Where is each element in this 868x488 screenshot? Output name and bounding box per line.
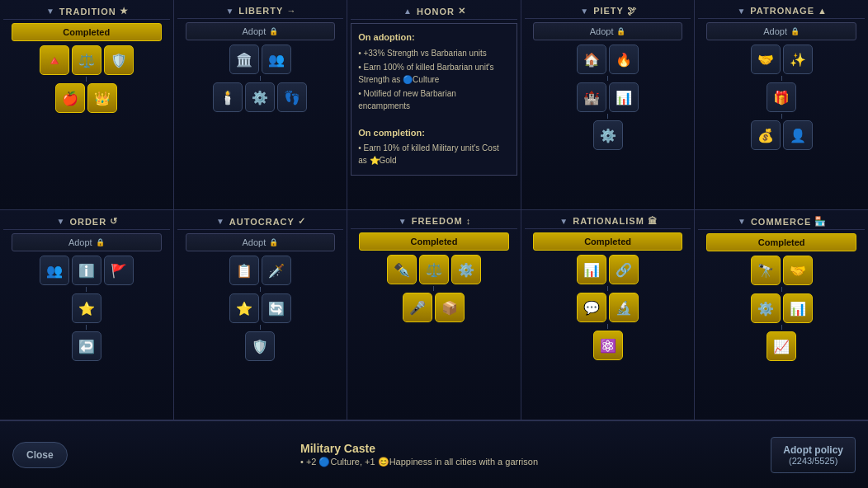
liberty-icon-gear[interactable]: ⚙️ [245,82,275,112]
autocracy-title: AUTOCRACY [229,217,295,227]
autocracy-icon-refresh[interactable]: 🔄 [262,293,291,323]
liberty-icons-row2: 🕯️ ⚙️ 👣 [213,82,307,112]
rationalism-icons-row2: 💬 🔬 [577,293,639,322]
autocracy-arrow[interactable]: ▼ [215,217,226,226]
piety-icon-castle[interactable]: 🏰 [577,82,606,112]
freedom-icon-gear[interactable]: ⚙️ [451,255,481,284]
order-icon-info[interactable]: ℹ️ [72,256,101,285]
commerce-icon-telescope[interactable]: 🔭 [751,256,781,285]
order-icon: ↺ [110,216,118,227]
piety-arrow[interactable]: ▼ [578,7,590,16]
piety-icons: 🏠 🔥 🏰 📊 ⚙️ [525,45,691,150]
autocracy-icon-shield[interactable]: 🛡️ [245,331,275,361]
liberty-header: ▼ LIBERTY → [177,3,344,19]
freedom-icon: ↕ [466,216,472,226]
patronage-icons-row1: 🤝 ✨ [751,45,813,74]
patronage-icon-coin[interactable]: 💰 [751,120,781,150]
freedom-icons-row1: ✒️ ⚖️ ⚙️ [387,255,481,284]
honor-bullet-4: • Earn 10% of killed Military unit's Cos… [358,142,510,167]
order-adopt-btn[interactable]: Adopt 🔒 [12,233,161,251]
order-icon-return[interactable]: ↩️ [72,331,101,361]
freedom-icon-pen[interactable]: ✒️ [387,255,417,284]
rationalism-icons-row3: ⚛️ [593,331,623,360]
honor-bullet-3: • Notified of new Barbarian encampments [358,87,510,112]
order-lock-icon: 🔒 [96,238,105,246]
patronage-icon-gift[interactable]: 🎁 [767,82,796,112]
patronage-icon-sparkle[interactable]: ✨ [783,45,813,74]
tradition-icon-balance[interactable]: ⚖️ [72,45,101,75]
tradition-header: ▼ TRADITION ★ [3,3,170,20]
freedom-icon-box[interactable]: 📦 [435,293,465,322]
freedom-arrow[interactable]: ▼ [397,217,408,226]
freedom-header: ▼ FREEDOM ↕ [351,214,517,229]
order-icon-star[interactable]: ⭐ [72,293,101,323]
piety-adopt-btn[interactable]: Adopt 🔒 [533,22,682,40]
commerce-icon-trending[interactable]: 📈 [767,331,796,361]
rationalism-icon-atom[interactable]: ⚛️ [593,331,623,360]
rationalism-icon-speech[interactable]: 💬 [577,293,606,322]
tradition-icon-pyramid[interactable]: 🔺 [40,45,69,75]
tradition-icon-apple[interactable]: 🍎 [55,83,85,113]
rationalism-icon-network[interactable]: 🔗 [609,255,639,284]
close-button[interactable]: Close [12,442,68,468]
patronage-panel: ▼ PATRONAGE ▲ Adopt 🔒 🤝 ✨ 🎁 💰 [695,0,868,209]
tradition-icon-shield[interactable]: 🛡️ [104,45,134,75]
freedom-icons: ✒️ ⚖️ ⚙️ 🎤 📦 [351,255,517,322]
rationalism-icon: 🏛 [648,216,658,226]
piety-panel: ▼ PIETY 🕊 Adopt 🔒 🏠 🔥 🏰 📊 [521,0,696,209]
liberty-icon-colosseum[interactable]: 🏛️ [229,45,259,74]
liberty-icon-footprint[interactable]: 👣 [277,82,307,112]
honor-panel: ▲ HONOR ✕ On adoption: • +33% Strength v… [347,0,521,209]
commerce-icons-row1: 🔭 🤝 [751,256,813,285]
piety-icon-gear[interactable]: ⚙️ [593,120,623,150]
piety-icon-building[interactable]: 🏠 [577,45,606,74]
liberty-arrow[interactable]: ▼ [224,7,235,16]
order-icon-flag[interactable]: 🚩 [104,256,134,285]
commerce-icon-gear[interactable]: ⚙️ [751,293,781,323]
autocracy-icon: ✓ [298,216,306,227]
piety-lock-icon: 🔒 [616,27,625,35]
piety-icon-fire[interactable]: 🔥 [609,45,639,74]
rationalism-icon-flask[interactable]: 🔬 [609,293,639,322]
autocracy-icon-sword[interactable]: 🗡️ [262,256,291,285]
adopt-policy-button[interactable]: Adopt policy (2243/5525) [771,437,856,473]
patronage-icon: ▲ [818,6,828,16]
autocracy-icon-document[interactable]: 📋 [229,256,259,285]
liberty-icon-people[interactable]: 👥 [262,45,291,74]
liberty-title: LIBERTY [238,6,283,16]
rationalism-completed-btn[interactable]: Completed [533,232,682,251]
piety-icons-row1: 🏠 🔥 [577,45,639,74]
patronage-arrow[interactable]: ▼ [735,7,747,16]
freedom-icon-mic[interactable]: 🎤 [403,293,432,322]
tradition-arrow[interactable]: ▼ [45,7,56,16]
patronage-icon-handshake[interactable]: 🤝 [751,45,781,74]
rationalism-icon-chart[interactable]: 📊 [577,255,606,284]
autocracy-adopt-btn[interactable]: Adopt 🔒 [186,233,335,251]
commerce-icon-chart[interactable]: 📊 [783,293,813,323]
freedom-icon-balance[interactable]: ⚖️ [419,255,449,284]
piety-icons-row2: 🏰 📊 [577,82,639,112]
piety-icon-chart[interactable]: 📊 [609,82,639,112]
order-arrow[interactable]: ▼ [54,217,66,226]
order-icon-people[interactable]: 👥 [40,256,69,285]
rationalism-arrow[interactable]: ▼ [558,217,569,226]
commerce-icon-handshake[interactable]: 🤝 [783,256,813,285]
freedom-completed-btn[interactable]: Completed [359,232,508,251]
patronage-adopt-btn[interactable]: Adopt 🔒 [706,22,856,40]
autocracy-lock-icon: 🔒 [269,238,278,246]
tradition-icon-crown[interactable]: 👑 [87,83,117,113]
honor-arrow-up[interactable]: ▲ [402,7,413,16]
rationalism-header: ▼ RATIONALISM 🏛 [525,214,691,229]
order-icons: 👥 ℹ️ 🚩 ⭐ ↩️ [3,256,170,361]
patronage-icon-person[interactable]: 👤 [783,120,813,150]
rationalism-icons-row1: 📊 🔗 [577,255,639,284]
tradition-completed-btn[interactable]: Completed [12,23,161,41]
autocracy-icon-star[interactable]: ⭐ [229,293,259,323]
bottom-bar: Close Military Caste • +2 🔵Culture, +1 😊… [0,420,868,488]
commerce-completed-btn[interactable]: Completed [706,233,856,251]
liberty-adopt-btn[interactable]: Adopt 🔒 [186,22,335,40]
commerce-arrow[interactable]: ▼ [736,217,748,226]
tradition-icon: ★ [120,6,129,16]
freedom-panel: ▼ FREEDOM ↕ Completed ✒️ ⚖️ ⚙️ 🎤 📦 [347,210,521,420]
liberty-icon-candle[interactable]: 🕯️ [213,82,243,112]
